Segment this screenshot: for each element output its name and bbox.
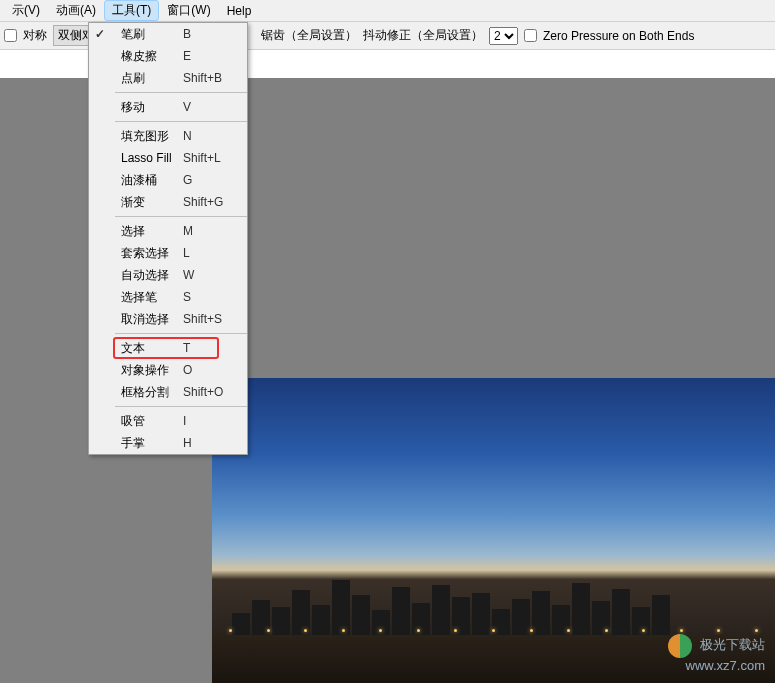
tool-shortcut: Shift+S (183, 312, 222, 326)
tool-label: 移动 (121, 99, 183, 116)
tool-shortcut: I (183, 414, 186, 428)
symmetry-checkbox[interactable] (4, 29, 17, 42)
tool-label: 选择 (121, 223, 183, 240)
watermark-text2: www.xz7.com (686, 658, 765, 673)
tool-bucket[interactable]: 油漆桶 G (115, 169, 247, 191)
tool-label: 手掌 (121, 435, 183, 452)
menu-separator (115, 216, 247, 217)
tool-shortcut: M (183, 224, 193, 238)
tool-deselect[interactable]: 取消选择 Shift+S (115, 308, 247, 330)
check-icon: ✓ (95, 27, 105, 41)
tool-label: 油漆桶 (121, 172, 183, 189)
watermark: 极光下载站 www.xz7.com (668, 634, 765, 673)
symmetry-label: 对称 (23, 27, 47, 44)
menu-tools[interactable]: 工具(T) (104, 0, 159, 21)
tool-shortcut: Shift+G (183, 195, 223, 209)
tool-shortcut: N (183, 129, 192, 143)
watermark-logo-icon (668, 634, 692, 658)
jitter-label: 抖动修正（全局设置） (363, 27, 483, 44)
tool-shortcut: V (183, 100, 191, 114)
menu-separator (115, 406, 247, 407)
tool-lasso-select[interactable]: 套索选择 L (115, 242, 247, 264)
tool-label: 框格分割 (121, 384, 183, 401)
tool-label: 取消选择 (121, 311, 183, 328)
tool-auto-select[interactable]: 自动选择 W (115, 264, 247, 286)
tool-shortcut: B (183, 27, 191, 41)
tool-shortcut: O (183, 363, 192, 377)
menu-window[interactable]: 窗口(W) (159, 0, 218, 21)
menu-help[interactable]: Help (219, 2, 260, 20)
tool-shortcut: Shift+B (183, 71, 222, 85)
menu-animation[interactable]: 动画(A) (48, 0, 104, 21)
zero-pressure-label: Zero Pressure on Both Ends (543, 29, 694, 43)
tool-label: 橡皮擦 (121, 48, 183, 65)
tool-text[interactable]: 文本 T (113, 337, 219, 359)
tool-label: 笔刷 (121, 26, 183, 43)
tool-hand[interactable]: 手掌 H (115, 432, 247, 454)
tool-select-pen[interactable]: 选择笔 S (115, 286, 247, 308)
tool-shortcut: Shift+L (183, 151, 221, 165)
tool-shortcut: T (183, 341, 190, 355)
tool-framesplit[interactable]: 框格分割 Shift+O (115, 381, 247, 403)
tool-shortcut: G (183, 173, 192, 187)
tool-label: 套索选择 (121, 245, 183, 262)
tools-dropdown: ✓ 笔刷 B 橡皮擦 E 点刷 Shift+B 移动 V 填充图形 N Lass… (88, 22, 248, 455)
watermark-text1: 极光下载站 (700, 637, 765, 652)
tool-move[interactable]: 移动 V (115, 96, 247, 118)
tool-label: 文本 (121, 340, 183, 357)
tool-label: 吸管 (121, 413, 183, 430)
tool-select[interactable]: 选择 M (115, 220, 247, 242)
tool-label: Lasso Fill (121, 151, 183, 165)
tool-label: 渐变 (121, 194, 183, 211)
tool-label: 填充图形 (121, 128, 183, 145)
menubar: 示(V) 动画(A) 工具(T) 窗口(W) Help (0, 0, 775, 22)
tool-brush[interactable]: ✓ 笔刷 B (115, 23, 247, 45)
tool-shortcut: H (183, 436, 192, 450)
tool-shortcut: L (183, 246, 190, 260)
menu-separator (115, 92, 247, 93)
zero-pressure-checkbox[interactable] (524, 29, 537, 42)
tool-lassofill[interactable]: Lasso Fill Shift+L (115, 147, 247, 169)
antialias-label: 锯齿（全局设置） (261, 27, 357, 44)
tool-shortcut: Shift+O (183, 385, 223, 399)
tool-label: 选择笔 (121, 289, 183, 306)
tool-object[interactable]: 对象操作 O (115, 359, 247, 381)
menu-separator (115, 121, 247, 122)
tool-shortcut: W (183, 268, 194, 282)
canvas-image[interactable]: 极光下载站 www.xz7.com (212, 378, 775, 683)
menu-view[interactable]: 示(V) (4, 0, 48, 21)
tool-dotbrush[interactable]: 点刷 Shift+B (115, 67, 247, 89)
tool-gradient[interactable]: 渐变 Shift+G (115, 191, 247, 213)
tool-label: 自动选择 (121, 267, 183, 284)
tool-eyedropper[interactable]: 吸管 I (115, 410, 247, 432)
menu-separator (115, 333, 247, 334)
tool-eraser[interactable]: 橡皮擦 E (115, 45, 247, 67)
jitter-select[interactable]: 2 (489, 27, 518, 45)
tool-label: 对象操作 (121, 362, 183, 379)
tool-shortcut: E (183, 49, 191, 63)
tool-shortcut: S (183, 290, 191, 304)
tool-label: 点刷 (121, 70, 183, 87)
tool-fillshape[interactable]: 填充图形 N (115, 125, 247, 147)
